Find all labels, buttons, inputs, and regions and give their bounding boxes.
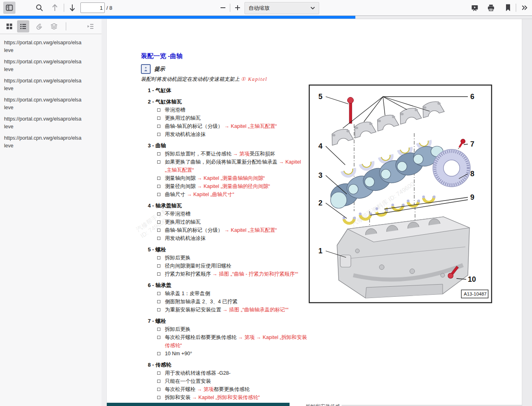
clipped-text-fragment: 拆卸和安装传感轮	[306, 403, 344, 406]
note-chapter-link[interactable]: ① Kapitel	[241, 76, 267, 82]
layers-view-button[interactable]	[48, 20, 60, 32]
part-detail-text: 拆卸后放置时，不要让传感轮 → 第项受压和损坏	[165, 150, 307, 158]
part-detail-text: 带润滑槽	[165, 106, 307, 114]
part-detail-row: 曲轴-轴瓦的标记（分级） → Kapitel „主轴瓦配置“	[141, 122, 311, 130]
zoom-in-button[interactable]	[231, 2, 244, 14]
chapter-reference-link[interactable]: → 第项	[233, 151, 249, 157]
part-detail-text: 拆卸和安装 → Kapitel „拆卸和安装传感轮“	[165, 393, 307, 402]
chapter-reference-link[interactable]: → Kapitel „曲轴尺寸“	[187, 192, 234, 197]
part-detail-text: 用发动机机油涂抹	[165, 130, 307, 138]
page-title: 装配一览 -曲轴	[141, 52, 311, 60]
outline-item-link[interactable]: https://portal.cpn.vwg/elsapro/elsa leve	[4, 96, 101, 112]
part-detail-text: 不带润滑槽	[165, 210, 307, 218]
outline-view-button[interactable]	[17, 20, 29, 32]
search-icon	[35, 4, 43, 12]
callout-4: 4	[318, 142, 322, 150]
thumbnails-view-button[interactable]	[3, 20, 15, 32]
square-bullet-icon	[157, 336, 160, 339]
part-detail-text: 更换用过的轴瓦	[165, 218, 307, 226]
previous-page-button[interactable]	[49, 2, 61, 14]
callout-6: 6	[470, 93, 474, 101]
engine-crankshaft-diagram: 5 6 4 7 3 8 2 9 1 10 A13-10487 汽修帮	[309, 84, 492, 303]
chapter-reference-link[interactable]: → Kapitel „测量曲轴的径向间隙“	[197, 184, 270, 189]
part-detail-row: 曲轴尺寸 → Kapitel „曲轴尺寸“	[141, 190, 311, 199]
chapter-reference-link[interactable]: → Kapitel „主轴瓦配置“	[224, 227, 277, 233]
outline-item-link[interactable]: https://portal.cpn.vwg/elsapro/elsa leve	[4, 39, 101, 54]
part-detail-row: 为重新安装标记安装位置 → 插图 „“曲轴轴承盖的标记““	[141, 306, 311, 314]
zoom-select[interactable]: 自动缩放	[244, 2, 319, 14]
square-bullet-icon	[157, 396, 160, 399]
print-button[interactable]	[485, 2, 497, 14]
page-number-input[interactable]	[80, 2, 105, 13]
part-detail-row: 用发动机机油涂抹	[141, 130, 311, 138]
callout-5: 5	[318, 93, 322, 101]
part-detail-text: 曲轴-轴瓦的标记（分级） → Kapitel „主轴瓦配置“	[165, 226, 307, 234]
zoom-out-button[interactable]	[217, 2, 229, 14]
square-bullet-icon	[157, 292, 160, 295]
part-item: 3 - 曲轴拆卸后放置时，不要让传感轮 → 第项受压和损坏如果更换了曲轴，则必须…	[141, 142, 311, 199]
sidebar-view-toolbar	[0, 19, 102, 34]
presentation-mode-button[interactable]	[469, 2, 481, 14]
outline-item-link[interactable]: https://portal.cpn.vwg/elsapro/elsa leve	[4, 115, 101, 131]
arrow-down-icon	[68, 3, 76, 12]
outline-panel: https://portal.cpn.vwg/elsapro/elsa leve…	[0, 34, 102, 406]
outline-item-link[interactable]: https://portal.cpn.vwg/elsapro/elsa leve	[4, 77, 101, 93]
chapter-reference-link[interactable]: → Kapitel „测量曲轴轴向间隙“	[197, 175, 265, 181]
next-page-button[interactable]	[66, 2, 78, 14]
part-detail-row: 10 Nm +90°	[141, 350, 311, 358]
part-detail-row: 测量轴向间隙 → Kapitel „测量曲轴轴向间隙“	[141, 174, 311, 182]
attachments-view-button[interactable]	[33, 20, 45, 32]
part-detail-row: 曲轴-轴瓦的标记（分级） → Kapitel „主轴瓦配置“	[141, 226, 311, 234]
pdf-toolbar: / 8 自动缩放	[0, 0, 532, 16]
bookmark-icon	[505, 4, 511, 12]
part-detail-row: 用发动机机油涂抹	[141, 234, 311, 242]
part-item-header: 6 - 轴承盖	[141, 281, 311, 289]
square-bullet-icon	[157, 237, 160, 240]
callout-2: 2	[318, 199, 322, 207]
part-detail-row: 只能在一个位置安装	[141, 377, 311, 385]
part-item: 2 - 气缸体轴瓦带润滑槽更换用过的轴瓦曲轴-轴瓦的标记（分级） → Kapit…	[141, 98, 311, 138]
part-item-header: 4 - 轴承盖轴瓦	[141, 202, 311, 210]
find-button[interactable]	[33, 2, 45, 14]
more-tools-button[interactable]	[518, 2, 530, 14]
chapter-reference-link[interactable]: → 插图 „“曲轴 - 拧紧力矩和拧紧顺序““	[212, 271, 298, 277]
chapter-reference-link[interactable]: → Kapitel „拆卸和安装传感轮“	[192, 395, 260, 400]
square-bullet-icon	[157, 371, 160, 375]
part-item: 1 - 气缸体	[141, 86, 311, 95]
parts-list: 1 - 气缸体2 - 气缸体轴瓦带润滑槽更换用过的轴瓦曲轴-轴瓦的标记（分级） …	[141, 86, 311, 406]
sidebar-scrollbar[interactable]	[102, 19, 107, 406]
note-title: 提示	[154, 65, 165, 73]
sidebar-toggle-button[interactable]	[3, 2, 15, 14]
figure-label: A13-10487	[464, 292, 487, 296]
note-body: 装配时将发动机固定在发动机/变速箱支架上	[141, 76, 241, 82]
part-detail-text: 侧面附加轴承盖 2、3、4 已拧紧	[165, 298, 307, 306]
chapter-reference-link[interactable]: → Kapitel „主轴瓦配置“	[224, 123, 277, 129]
part-detail-row: 侧面附加轴承盖 2、3、4 已拧紧	[141, 298, 311, 306]
current-view-bookmark-button[interactable]	[502, 2, 514, 14]
part-detail-text: 用发动机机油涂抹	[165, 234, 307, 242]
square-bullet-icon	[157, 308, 160, 311]
chapter-reference-link[interactable]: → 插图 „“曲轴轴承盖的标记““	[223, 307, 288, 313]
layers-icon	[50, 23, 58, 30]
square-bullet-icon	[157, 193, 160, 196]
part-detail-text: 曲轴尺寸 → Kapitel „曲轴尺寸“	[165, 190, 307, 199]
part-detail-row: 用于发动机转速传感器 -G28-	[141, 369, 311, 377]
part-detail-row: 不带润滑槽	[141, 210, 311, 218]
part-detail-row: 拆卸后更换	[141, 254, 311, 262]
arrow-up-icon	[51, 3, 59, 12]
thumbnails-icon	[6, 23, 13, 30]
square-bullet-icon	[157, 264, 160, 268]
viewer-scrollbar[interactable]	[522, 19, 532, 406]
part-detail-text: 径向间隙测量时应使用旧螺栓	[165, 262, 307, 270]
part-detail-row: 径向间隙测量时应使用旧螺栓	[141, 262, 311, 270]
square-bullet-icon	[157, 212, 160, 216]
part-detail-text: 用于发动机转速传感器 -G28-	[165, 369, 307, 377]
outline-item-link[interactable]: https://portal.cpn.vwg/elsapro/elsa leve	[4, 134, 101, 150]
part-detail-row: 拆卸和安装 → Kapitel „拆卸和安装传感轮“	[141, 393, 311, 402]
outline-item-link[interactable]: https://portal.cpn.vwg/elsapro/elsa leve	[4, 58, 101, 73]
square-bullet-icon	[157, 380, 160, 383]
scroll-to-current-outline-button[interactable]	[84, 20, 97, 32]
current-outline-item-icon	[87, 23, 94, 30]
chapter-reference-link[interactable]: → 第项	[197, 387, 214, 392]
square-bullet-icon	[157, 117, 160, 120]
